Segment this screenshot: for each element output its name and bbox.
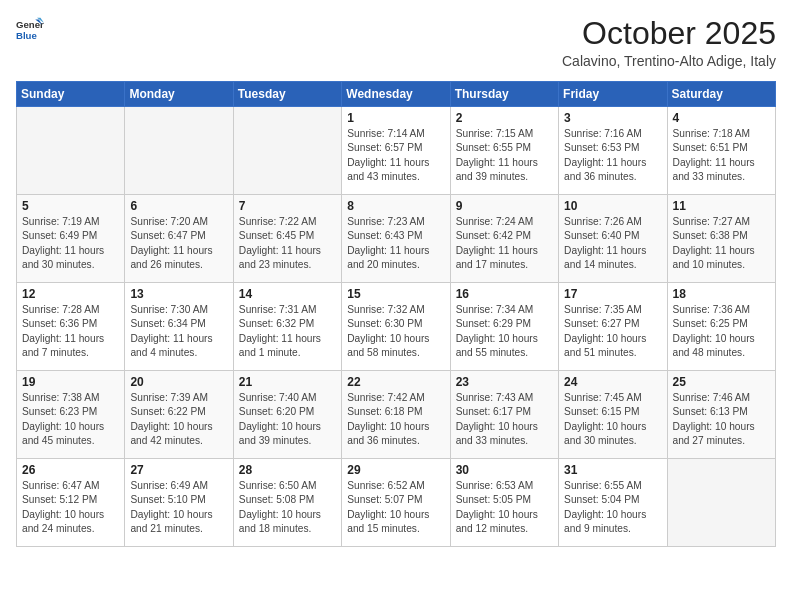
day-content: Sunrise: 7:35 AM Sunset: 6:27 PM Dayligh…: [564, 303, 661, 360]
day-number: 29: [347, 463, 444, 477]
day-content: Sunrise: 7:32 AM Sunset: 6:30 PM Dayligh…: [347, 303, 444, 360]
day-number: 15: [347, 287, 444, 301]
day-number: 12: [22, 287, 119, 301]
logo: General Blue: [16, 16, 44, 44]
day-content: Sunrise: 7:28 AM Sunset: 6:36 PM Dayligh…: [22, 303, 119, 360]
header-monday: Monday: [125, 82, 233, 107]
title-block: October 2025 Calavino, Trentino-Alto Adi…: [562, 16, 776, 69]
calendar-cell: 13Sunrise: 7:30 AM Sunset: 6:34 PM Dayli…: [125, 283, 233, 371]
day-number: 13: [130, 287, 227, 301]
day-content: Sunrise: 6:53 AM Sunset: 5:05 PM Dayligh…: [456, 479, 553, 536]
calendar-cell: 31Sunrise: 6:55 AM Sunset: 5:04 PM Dayli…: [559, 459, 667, 547]
location-subtitle: Calavino, Trentino-Alto Adige, Italy: [562, 53, 776, 69]
day-content: Sunrise: 7:30 AM Sunset: 6:34 PM Dayligh…: [130, 303, 227, 360]
calendar-week-2: 5Sunrise: 7:19 AM Sunset: 6:49 PM Daylig…: [17, 195, 776, 283]
calendar-cell: 6Sunrise: 7:20 AM Sunset: 6:47 PM Daylig…: [125, 195, 233, 283]
header-tuesday: Tuesday: [233, 82, 341, 107]
day-content: Sunrise: 7:16 AM Sunset: 6:53 PM Dayligh…: [564, 127, 661, 184]
calendar-cell: 23Sunrise: 7:43 AM Sunset: 6:17 PM Dayli…: [450, 371, 558, 459]
calendar-cell: 16Sunrise: 7:34 AM Sunset: 6:29 PM Dayli…: [450, 283, 558, 371]
day-content: Sunrise: 7:40 AM Sunset: 6:20 PM Dayligh…: [239, 391, 336, 448]
day-number: 23: [456, 375, 553, 389]
day-content: Sunrise: 7:24 AM Sunset: 6:42 PM Dayligh…: [456, 215, 553, 272]
day-content: Sunrise: 7:45 AM Sunset: 6:15 PM Dayligh…: [564, 391, 661, 448]
day-number: 20: [130, 375, 227, 389]
calendar-cell: 27Sunrise: 6:49 AM Sunset: 5:10 PM Dayli…: [125, 459, 233, 547]
header-sunday: Sunday: [17, 82, 125, 107]
day-number: 5: [22, 199, 119, 213]
header-saturday: Saturday: [667, 82, 775, 107]
day-content: Sunrise: 7:34 AM Sunset: 6:29 PM Dayligh…: [456, 303, 553, 360]
day-number: 28: [239, 463, 336, 477]
logo-icon: General Blue: [16, 16, 44, 44]
day-content: Sunrise: 7:23 AM Sunset: 6:43 PM Dayligh…: [347, 215, 444, 272]
day-content: Sunrise: 7:15 AM Sunset: 6:55 PM Dayligh…: [456, 127, 553, 184]
calendar-cell: 26Sunrise: 6:47 AM Sunset: 5:12 PM Dayli…: [17, 459, 125, 547]
day-number: 10: [564, 199, 661, 213]
day-number: 19: [22, 375, 119, 389]
day-content: Sunrise: 6:50 AM Sunset: 5:08 PM Dayligh…: [239, 479, 336, 536]
calendar-cell: 14Sunrise: 7:31 AM Sunset: 6:32 PM Dayli…: [233, 283, 341, 371]
calendar-cell: 15Sunrise: 7:32 AM Sunset: 6:30 PM Dayli…: [342, 283, 450, 371]
calendar-cell: 8Sunrise: 7:23 AM Sunset: 6:43 PM Daylig…: [342, 195, 450, 283]
day-number: 14: [239, 287, 336, 301]
svg-text:General: General: [16, 19, 44, 30]
calendar-cell: 10Sunrise: 7:26 AM Sunset: 6:40 PM Dayli…: [559, 195, 667, 283]
day-content: Sunrise: 7:22 AM Sunset: 6:45 PM Dayligh…: [239, 215, 336, 272]
calendar-cell: 19Sunrise: 7:38 AM Sunset: 6:23 PM Dayli…: [17, 371, 125, 459]
calendar-cell: 29Sunrise: 6:52 AM Sunset: 5:07 PM Dayli…: [342, 459, 450, 547]
day-content: Sunrise: 7:39 AM Sunset: 6:22 PM Dayligh…: [130, 391, 227, 448]
day-content: Sunrise: 7:31 AM Sunset: 6:32 PM Dayligh…: [239, 303, 336, 360]
calendar-week-5: 26Sunrise: 6:47 AM Sunset: 5:12 PM Dayli…: [17, 459, 776, 547]
calendar-header-row: SundayMondayTuesdayWednesdayThursdayFrid…: [17, 82, 776, 107]
day-content: Sunrise: 7:36 AM Sunset: 6:25 PM Dayligh…: [673, 303, 770, 360]
day-content: Sunrise: 7:14 AM Sunset: 6:57 PM Dayligh…: [347, 127, 444, 184]
day-content: Sunrise: 7:43 AM Sunset: 6:17 PM Dayligh…: [456, 391, 553, 448]
day-number: 7: [239, 199, 336, 213]
day-number: 4: [673, 111, 770, 125]
calendar-cell: 11Sunrise: 7:27 AM Sunset: 6:38 PM Dayli…: [667, 195, 775, 283]
calendar-cell: [17, 107, 125, 195]
day-content: Sunrise: 6:47 AM Sunset: 5:12 PM Dayligh…: [22, 479, 119, 536]
calendar-cell: 30Sunrise: 6:53 AM Sunset: 5:05 PM Dayli…: [450, 459, 558, 547]
day-number: 17: [564, 287, 661, 301]
day-number: 30: [456, 463, 553, 477]
calendar-week-4: 19Sunrise: 7:38 AM Sunset: 6:23 PM Dayli…: [17, 371, 776, 459]
calendar-cell: 22Sunrise: 7:42 AM Sunset: 6:18 PM Dayli…: [342, 371, 450, 459]
day-number: 6: [130, 199, 227, 213]
svg-text:Blue: Blue: [16, 30, 37, 41]
day-content: Sunrise: 7:27 AM Sunset: 6:38 PM Dayligh…: [673, 215, 770, 272]
calendar-week-3: 12Sunrise: 7:28 AM Sunset: 6:36 PM Dayli…: [17, 283, 776, 371]
calendar-cell: 12Sunrise: 7:28 AM Sunset: 6:36 PM Dayli…: [17, 283, 125, 371]
header-thursday: Thursday: [450, 82, 558, 107]
calendar-cell: 28Sunrise: 6:50 AM Sunset: 5:08 PM Dayli…: [233, 459, 341, 547]
calendar-cell: 21Sunrise: 7:40 AM Sunset: 6:20 PM Dayli…: [233, 371, 341, 459]
calendar-cell: 25Sunrise: 7:46 AM Sunset: 6:13 PM Dayli…: [667, 371, 775, 459]
day-content: Sunrise: 7:42 AM Sunset: 6:18 PM Dayligh…: [347, 391, 444, 448]
day-number: 31: [564, 463, 661, 477]
calendar-cell: [667, 459, 775, 547]
calendar-cell: [125, 107, 233, 195]
day-number: 27: [130, 463, 227, 477]
day-number: 22: [347, 375, 444, 389]
month-title: October 2025: [562, 16, 776, 51]
day-number: 25: [673, 375, 770, 389]
calendar-cell: 18Sunrise: 7:36 AM Sunset: 6:25 PM Dayli…: [667, 283, 775, 371]
day-content: Sunrise: 6:55 AM Sunset: 5:04 PM Dayligh…: [564, 479, 661, 536]
header-wednesday: Wednesday: [342, 82, 450, 107]
page-header: General Blue October 2025 Calavino, Tren…: [16, 16, 776, 69]
day-number: 1: [347, 111, 444, 125]
day-number: 8: [347, 199, 444, 213]
calendar-cell: 17Sunrise: 7:35 AM Sunset: 6:27 PM Dayli…: [559, 283, 667, 371]
day-content: Sunrise: 6:49 AM Sunset: 5:10 PM Dayligh…: [130, 479, 227, 536]
calendar-table: SundayMondayTuesdayWednesdayThursdayFrid…: [16, 81, 776, 547]
day-number: 24: [564, 375, 661, 389]
day-number: 16: [456, 287, 553, 301]
day-content: Sunrise: 6:52 AM Sunset: 5:07 PM Dayligh…: [347, 479, 444, 536]
calendar-cell: 3Sunrise: 7:16 AM Sunset: 6:53 PM Daylig…: [559, 107, 667, 195]
day-content: Sunrise: 7:46 AM Sunset: 6:13 PM Dayligh…: [673, 391, 770, 448]
day-content: Sunrise: 7:26 AM Sunset: 6:40 PM Dayligh…: [564, 215, 661, 272]
calendar-cell: 5Sunrise: 7:19 AM Sunset: 6:49 PM Daylig…: [17, 195, 125, 283]
calendar-cell: [233, 107, 341, 195]
day-number: 11: [673, 199, 770, 213]
